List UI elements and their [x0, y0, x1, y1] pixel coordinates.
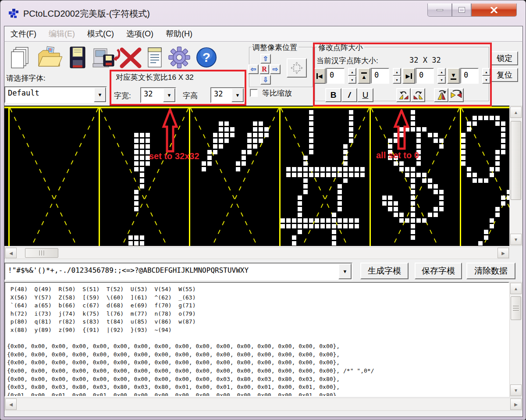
rotate-right-button[interactable]: [411, 88, 425, 102]
reset-button[interactable]: 复位: [491, 68, 518, 82]
rotate-left-icon: [398, 90, 409, 100]
clear-data-button[interactable]: 清除数据: [466, 263, 515, 279]
output-scroll-right-icon[interactable]: ▶: [510, 399, 522, 410]
output-vscrollbar[interactable]: ▲ ▼: [509, 282, 522, 397]
char-width-value: 32: [141, 88, 163, 102]
new-file-icon[interactable]: [9, 45, 32, 70]
pad-right-spinner[interactable]: ▲▼: [437, 68, 446, 84]
pad-right-icon[interactable]: ▶: [402, 68, 415, 84]
current-size-label: 当前汉字点阵大小:: [316, 56, 378, 66]
preview-hscrollbar[interactable]: ◀ ▶: [4, 247, 509, 259]
help-icon[interactable]: ?: [195, 45, 218, 70]
flip-horizontal-button[interactable]: [448, 88, 464, 102]
italic-button[interactable]: /: [341, 88, 357, 102]
move-up-button[interactable]: ⇧: [260, 54, 271, 64]
char-height-label: 字高: [183, 91, 198, 101]
generate-font-button[interactable]: 生成字模: [360, 263, 409, 279]
app-icon: [7, 7, 20, 19]
preview-scroll-down-icon[interactable]: ▼: [510, 234, 522, 245]
char-height-combobox[interactable]: 32 ▼: [210, 87, 245, 103]
char-height-dropdown-icon[interactable]: ▼: [231, 88, 244, 102]
pad-top-icon[interactable]: ▲: [358, 68, 370, 84]
svg-text:?: ?: [203, 50, 210, 64]
minimize-icon: [437, 9, 443, 11]
char-width-combobox[interactable]: 32 ▼: [140, 87, 176, 103]
left-arrow-icon: ⇦: [251, 65, 256, 73]
font-select-combobox[interactable]: Default ▼: [4, 86, 107, 103]
output-scroll-down-icon[interactable]: ▼: [510, 384, 522, 396]
close-icon: [490, 7, 498, 13]
output-scroll-left-icon[interactable]: ◀: [5, 399, 17, 410]
move-down-button[interactable]: ⇩: [260, 75, 271, 85]
settings-gear-icon[interactable]: [167, 45, 191, 70]
reset-position-button[interactable]: R: [259, 64, 269, 74]
char-width-dropdown-icon[interactable]: ▼: [163, 88, 175, 102]
bold-button[interactable]: B: [325, 88, 341, 102]
pad-bottom-spinner[interactable]: ▲▼: [482, 68, 490, 84]
lock-button[interactable]: 锁定: [491, 51, 518, 65]
char-height-value: 32: [211, 88, 231, 102]
preview-vscrollbar[interactable]: ▲ ▼: [509, 106, 522, 246]
char-strip-dropdown-icon[interactable]: ▼: [338, 263, 352, 279]
preview-scroll-up-icon[interactable]: ▲: [510, 107, 522, 118]
pixel-position-title: 调整像素位置: [251, 43, 299, 53]
output-hscrollbar[interactable]: ◀ ▶: [4, 398, 522, 411]
rotate-left-button[interactable]: [396, 88, 411, 102]
pad-top-field[interactable]: 0: [371, 68, 389, 84]
save-font-button[interactable]: 保存字模: [415, 263, 462, 279]
font-combo-dropdown-icon[interactable]: ▼: [94, 87, 106, 102]
font-data-text: P(48) Q(49) R(50) S(51) T(52) U(53) V(54…: [5, 283, 508, 397]
ascii-ratio-label: 对应英文长宽比16 X 32: [116, 72, 194, 82]
move-left-button[interactable]: ⇦: [248, 64, 259, 74]
dot-matrix-title: 修改点阵大小: [317, 43, 364, 53]
preview-scroll-left-icon[interactable]: ◀: [5, 248, 17, 258]
char-strip-combobox[interactable]: !"#$%&'()*+,-./0123456789:;<=>?@ABCDEFGH…: [4, 263, 352, 280]
preview-scroll-right-icon[interactable]: ▶: [498, 248, 509, 258]
flip-vertical-button[interactable]: [434, 88, 448, 102]
close-button[interactable]: [471, 4, 517, 17]
proportional-scale-label: 等比缩放: [262, 88, 292, 98]
center-glyph-icon: [290, 61, 303, 75]
menu-mode[interactable]: 模式(C): [81, 27, 120, 41]
output-scroll-up-icon[interactable]: ▲: [510, 283, 522, 294]
rotate-right-icon: [412, 90, 424, 100]
delete-icon[interactable]: [119, 46, 142, 69]
preview-hscroll-thumb[interactable]: [25, 248, 58, 258]
center-glyph-button[interactable]: [287, 58, 307, 78]
pad-left-icon[interactable]: ◀: [313, 68, 326, 84]
menu-bar: 文件(F) 编辑(E) 模式(C) 选项(O) 帮助(H): [4, 26, 523, 42]
menu-options[interactable]: 选项(O): [120, 27, 160, 41]
pad-bottom-field[interactable]: 0: [460, 68, 479, 84]
char-strip-value: !"#$%&'()*+,-./0123456789:;<=>?@ABCDEFGH…: [5, 263, 338, 279]
proportional-scale-checkbox[interactable]: [250, 89, 258, 97]
view-code-icon[interactable]: [146, 45, 164, 70]
up-arrow-icon: ⇧: [263, 55, 269, 63]
right-arrow-icon: ⇨: [273, 65, 278, 73]
underline-button[interactable]: U: [357, 88, 373, 102]
menu-edit[interactable]: 编辑(E): [43, 27, 81, 41]
down-arrow-icon: ⇩: [263, 76, 269, 84]
save-as-icon[interactable]: [92, 45, 120, 70]
font-data-output[interactable]: P(48) Q(49) R(50) S(51) T(52) U(53) V(54…: [4, 282, 509, 397]
flip-vertical-icon: [436, 90, 447, 100]
open-file-icon[interactable]: [37, 45, 62, 70]
minimize-button[interactable]: [427, 4, 452, 17]
reset-r-label: R: [262, 65, 267, 73]
pad-top-spinner[interactable]: ▲▼: [393, 68, 401, 84]
pad-left-spinner[interactable]: ▲▼: [348, 68, 356, 84]
dot-matrix-preview[interactable]: [4, 106, 509, 246]
move-right-button[interactable]: ⇨: [270, 64, 281, 74]
pad-left-field[interactable]: 0: [326, 68, 345, 84]
menu-help[interactable]: 帮助(H): [160, 27, 199, 41]
output-vscroll-thumb[interactable]: [511, 296, 521, 320]
save-icon[interactable]: [68, 45, 88, 70]
window-title: PCtoLCD2002完美版-(字符模式): [23, 8, 150, 20]
preview-vscroll-thumb[interactable]: [511, 121, 521, 200]
font-select-label: 请选择字体:: [6, 73, 46, 83]
menu-file[interactable]: 文件(F): [4, 27, 43, 41]
pad-bottom-icon[interactable]: ▼: [447, 68, 460, 84]
maximize-button[interactable]: [452, 4, 471, 17]
maximize-icon: [459, 7, 465, 12]
font-select-value: Default: [5, 87, 94, 102]
pad-right-field[interactable]: 0: [416, 68, 434, 84]
